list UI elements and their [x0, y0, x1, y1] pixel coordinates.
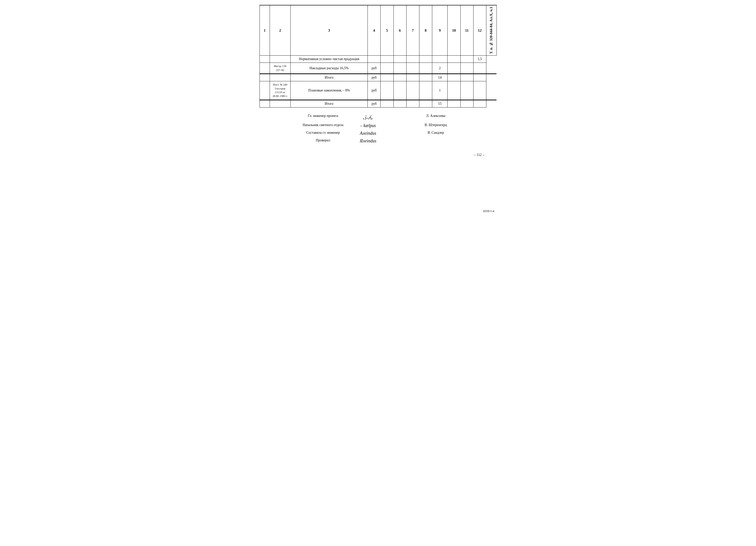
signature-row: Гл. инженер проекта ふん Л. Алексеева Нача… — [259, 107, 497, 150]
cell-r1-c6 — [393, 56, 406, 63]
cell-r1-c4 — [368, 56, 381, 63]
header-row: 1 2 3 4 5 6 7 8 9 10 11 12 Т. п. № 320-0… — [259, 5, 497, 56]
table-row: Нормативная условно–чистая продукция 1,5 — [259, 56, 497, 63]
cell-r2-c7 — [406, 63, 419, 74]
col-header-11: 11 — [460, 5, 473, 56]
signature-table: Гл. инженер проекта ふん Л. Алексеева Нача… — [295, 112, 486, 145]
page-container: 1 2 3 4 5 6 7 8 9 10 11 12 Т. п. № 320-0… — [259, 5, 497, 213]
cell-r4-c8 — [419, 81, 432, 100]
cell-r3-c8 — [419, 74, 432, 81]
page-number-row: – 112 – — [259, 150, 497, 160]
sig-empty-col12 — [259, 107, 290, 150]
table-row: Инстр. СН 227–82 Накладные расходы 16,5%… — [259, 63, 497, 74]
cell-r2-c1 — [259, 63, 270, 74]
sig-name-1: Л. Алексеева — [386, 113, 486, 122]
cell-r4-c1 — [259, 81, 270, 100]
cell-r4-c9: 1 — [432, 81, 448, 100]
cell-r2-c11 — [460, 63, 473, 74]
table-row: Итого руб 14 — [259, 74, 497, 81]
cell-r1-c1 — [259, 56, 270, 63]
sig-row-1: Гл. инженер проекта ふん Л. Алексеева — [296, 113, 486, 122]
cell-r4-c5 — [381, 81, 393, 100]
col-header-4: 4 — [368, 5, 381, 56]
col-header-5: 5 — [381, 5, 393, 56]
page-number-cell: – 112 – — [259, 150, 486, 160]
cell-r5-c12 — [473, 100, 486, 107]
table-row: Итого руб 15 — [259, 100, 497, 107]
sig-role-1: Гл. инженер проекта — [296, 113, 350, 122]
cell-r3-c4: руб — [368, 74, 381, 81]
col-header-7: 7 — [406, 5, 419, 56]
cell-r4-c6 — [393, 81, 406, 100]
sig-name-2: В. Штеренгерц — [386, 122, 486, 129]
sig-sign-3: Алеindus — [351, 130, 385, 137]
side-label-top: Т. п. № 320-044-84, Ал.X, ч.1 — [486, 5, 497, 56]
cell-r1-c7 — [406, 56, 419, 63]
signature-cell: Гл. инженер проекта ふん Л. Алексеева Нача… — [290, 107, 486, 150]
sig-role-3: Составила ст. инженер — [296, 130, 350, 137]
cell-r4-c2: Пост. № 249 Госстроя СССР от 28.III–1983… — [270, 81, 290, 100]
cell-r1-c5 — [381, 56, 393, 63]
sig-sign-4: Ялеindus — [351, 137, 385, 145]
cell-r3-c9: 14 — [432, 74, 448, 81]
sig-sign-2: – kælpus — [351, 122, 385, 129]
col-header-3: 3 — [290, 5, 368, 56]
cell-r4-c11 — [460, 81, 473, 100]
cell-r5-c7 — [406, 100, 419, 107]
cell-r2-c6 — [393, 63, 406, 74]
cell-r2-c8 — [419, 63, 432, 74]
cell-r1-c8 — [419, 56, 432, 63]
sig-row-3: Составила ст. инженер Алеindus Я. Сандле… — [296, 130, 486, 137]
cell-r2-c12 — [473, 63, 486, 74]
col-header-9: 9 — [432, 5, 448, 56]
cell-r2-c10 — [448, 63, 460, 74]
cell-r1-c9 — [432, 56, 448, 63]
cell-r1-c12: 1,5 — [473, 56, 486, 63]
sig-role-2: Начальник сметного отдела — [296, 122, 350, 129]
col-header-8: 8 — [419, 5, 432, 56]
sig-name-3: Я. Сандлер — [386, 130, 486, 137]
table-row: Пост. № 249 Госстроя СССР от 28.III–1983… — [259, 81, 497, 100]
cell-r3-c5 — [381, 74, 393, 81]
col-header-6: 6 — [393, 5, 406, 56]
cell-r5-c4: руб — [368, 100, 381, 107]
cell-r4-c12 — [473, 81, 486, 100]
cell-r2-c5 — [381, 63, 393, 74]
cell-r5-c10 — [448, 100, 460, 107]
cell-r5-c1 — [259, 100, 270, 107]
cell-r2-c2: Инстр. СН 227–82 — [270, 63, 290, 74]
cell-r4-c7 — [406, 81, 419, 100]
cell-r3-c7 — [406, 74, 419, 81]
cell-r4-c4: руб — [368, 81, 381, 100]
cell-r5-c8 — [419, 100, 432, 107]
cell-r1-c10 — [448, 56, 460, 63]
cell-r2-c9: 2 — [432, 63, 448, 74]
col-header-10: 10 — [448, 5, 460, 56]
cell-r5-c5 — [381, 100, 393, 107]
cell-r3-c11 — [460, 74, 473, 81]
cell-r4-c10 — [448, 81, 460, 100]
main-table: 1 2 3 4 5 6 7 8 9 10 11 12 Т. п. № 320-0… — [259, 5, 497, 160]
col-header-2: 2 — [270, 5, 290, 56]
sig-name-4 — [386, 137, 486, 145]
cell-r5-c2 — [270, 100, 290, 107]
cell-r1-c2 — [270, 56, 290, 63]
cell-r3-c10 — [448, 74, 460, 81]
sig-row-4: Проверил Ялеindus — [296, 137, 486, 145]
footer-code: 6559-1-4 — [259, 209, 497, 213]
cell-r5-c9: 15 — [432, 100, 448, 107]
sig-sign-1: ふん — [351, 113, 385, 122]
cell-r2-c3: Накладные расходы 16,5% — [290, 63, 368, 74]
sig-row-2: Начальник сметного отдела – kælpus В. Шт… — [296, 122, 486, 129]
cell-r5-c6 — [393, 100, 406, 107]
cell-r1-c3: Нормативная условно–чистая продукция — [290, 56, 368, 63]
col-header-1: 1 — [259, 5, 270, 56]
cell-r5-c11 — [460, 100, 473, 107]
cell-r1-c11 — [460, 56, 473, 63]
cell-r3-c2 — [270, 74, 290, 81]
cell-r2-c4: руб — [368, 63, 381, 74]
cell-r4-c3: Плановые накопления, – 8% — [290, 81, 368, 100]
sig-role-4: Проверил — [296, 137, 350, 145]
cell-r3-c3: Итого — [290, 74, 368, 81]
cell-r5-c3: Итого — [290, 100, 368, 107]
